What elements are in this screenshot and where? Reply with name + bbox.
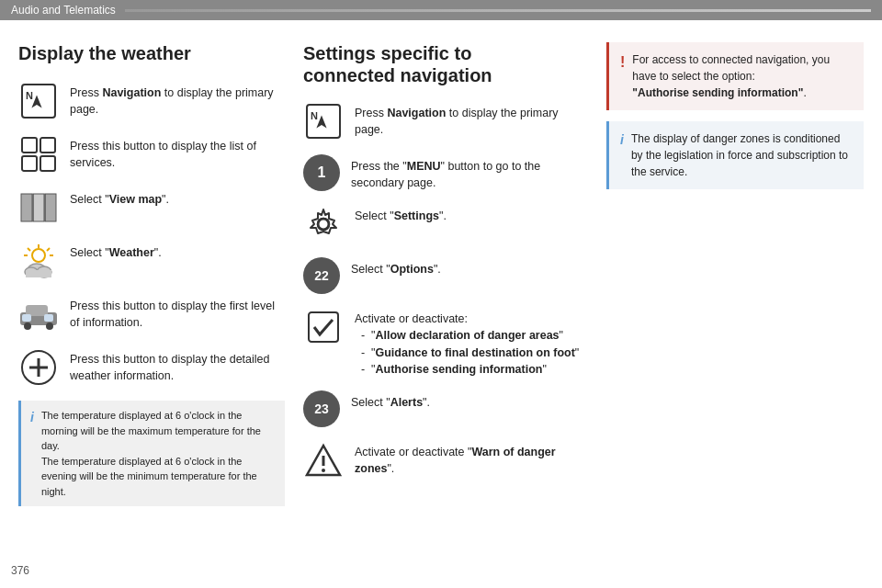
settings-step-options: 22 Select "Options".	[303, 257, 588, 294]
info-level-icon	[18, 294, 59, 334]
step-detailed: Press this button to display the detaile…	[18, 347, 285, 388]
svg-point-25	[46, 322, 53, 330]
left-column: Display the weather N Press Navigation t…	[18, 42, 285, 579]
info-icon-right: i	[620, 130, 624, 150]
step-info-level-text: Press this button to display the first l…	[70, 294, 285, 331]
settings-step-options-text: Select "Options".	[351, 257, 441, 277]
svg-marker-2	[31, 96, 41, 108]
step-number-22: 22	[303, 257, 340, 294]
blue-alert-box: i The display of danger zones is conditi…	[606, 121, 864, 189]
services-icon	[18, 134, 59, 175]
nav-icon: N	[18, 81, 59, 121]
warning-triangle-icon	[303, 440, 344, 481]
settings-step-alerts-text: Select "Alerts".	[351, 390, 430, 411]
svg-text:N: N	[26, 90, 33, 101]
svg-point-39	[322, 469, 325, 472]
red-alert-text: For access to connected navigation, you …	[632, 51, 853, 101]
settings-step-nav: N Press Navigation to display the primar…	[303, 101, 588, 141]
settings-step-alerts: 23 Select "Alerts".	[303, 390, 588, 427]
plus-icon	[18, 347, 59, 388]
settings-step-menu-text: Press the "MENU" button to go to the sec…	[351, 154, 588, 191]
svg-line-16	[28, 248, 30, 251]
settings-step-settings-text: Select "Settings".	[355, 204, 447, 224]
svg-rect-3	[22, 138, 37, 153]
svg-rect-5	[22, 156, 37, 171]
weather-info-note: i The temperature displayed at 6 o'clock…	[18, 401, 285, 506]
settings-step-activate-text: Activate or deactivate: - "Allow declara…	[355, 307, 579, 378]
step-view-map: Select "View map".	[18, 187, 285, 228]
svg-point-24	[24, 322, 31, 330]
svg-rect-9	[45, 194, 56, 221]
right-section-title: Settings specific toconnected navigation	[303, 42, 588, 86]
svg-rect-6	[40, 156, 55, 171]
step-nav-primary: N Press Navigation to display the primar…	[18, 81, 285, 121]
map-icon	[18, 187, 59, 228]
svg-point-35	[318, 219, 329, 230]
exclamation-icon: !	[620, 51, 625, 74]
mid-column: Settings specific toconnected navigation…	[303, 42, 588, 579]
settings-step-warn-text: Activate or deactivate "Warn of danger z…	[355, 440, 588, 477]
weather-info-note-text: The temperature displayed at 6 o'clock i…	[41, 408, 276, 499]
settings-step-activate: Activate or deactivate: - "Allow declara…	[303, 307, 588, 378]
svg-rect-8	[33, 194, 44, 221]
svg-rect-7	[21, 194, 32, 221]
settings-step-warn: Activate or deactivate "Warn of danger z…	[303, 440, 588, 481]
step-view-map-text: Select "View map".	[70, 187, 169, 208]
svg-rect-4	[40, 138, 55, 153]
step-detailed-text: Press this button to display the detaile…	[70, 347, 285, 384]
header-title: Audio and Telematics	[11, 4, 116, 17]
main-content: Display the weather N Press Navigation t…	[0, 20, 882, 588]
step-weather-text: Select "Weather".	[70, 241, 162, 261]
svg-text:N: N	[311, 110, 318, 121]
blue-alert-text: The display of danger zones is condition…	[631, 130, 853, 180]
checkbox-icon	[303, 307, 344, 347]
step-services-text: Press this button to display the list of…	[70, 134, 285, 171]
svg-marker-33	[316, 116, 326, 129]
settings-nav-icon: N	[303, 101, 344, 141]
page-number: 376	[11, 564, 29, 577]
step-services: Press this button to display the list of…	[18, 134, 285, 175]
svg-point-12	[32, 249, 45, 262]
settings-step-menu: 1 Press the "MENU" button to go to the s…	[303, 154, 588, 191]
settings-step-settings: Select "Settings".	[303, 204, 588, 244]
step-number-23: 23	[303, 390, 340, 427]
red-alert-box: ! For access to connected navigation, yo…	[606, 42, 864, 110]
weather-icon	[18, 241, 59, 281]
svg-rect-26	[22, 314, 31, 322]
svg-rect-21	[26, 270, 51, 277]
step-number-1: 1	[303, 154, 340, 191]
svg-rect-27	[44, 314, 53, 322]
step-info-level: Press this button to display the first l…	[18, 294, 285, 334]
settings-gear-icon	[303, 204, 344, 244]
step-weather: Select "Weather".	[18, 241, 285, 281]
info-icon-left: i	[30, 408, 34, 427]
page-header: Audio and Telematics	[0, 0, 882, 20]
step-nav-primary-text: Press Navigation to display the primary …	[70, 81, 285, 118]
svg-line-14	[47, 248, 50, 251]
svg-rect-36	[309, 312, 338, 342]
settings-step-nav-text: Press Navigation to display the primary …	[355, 101, 588, 138]
right-column: ! For access to connected navigation, yo…	[606, 42, 864, 579]
left-section-title: Display the weather	[18, 42, 285, 64]
